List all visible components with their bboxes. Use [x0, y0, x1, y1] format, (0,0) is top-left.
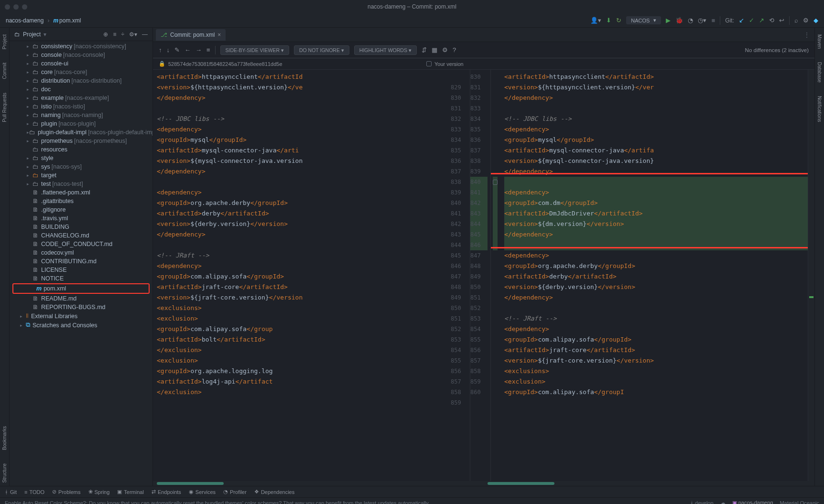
viewer-mode-selector[interactable]: SIDE-BY-SIDE VIEWER ▾ [220, 45, 289, 55]
tree-node[interactable]: 🗎README.md [10, 294, 152, 303]
breadcrumb-file[interactable]: mpom.xml [53, 17, 81, 24]
strip-structure[interactable]: Structure [2, 461, 7, 486]
project-indicator[interactable]: ▣ nacos-dameng [732, 500, 773, 504]
strip-maven[interactable]: Maven [817, 32, 822, 52]
list-icon[interactable]: ≡ [206, 46, 210, 54]
strip-bookmarks[interactable]: Bookmarks [2, 423, 7, 453]
status-dependencies[interactable]: ❖ Dependencies [254, 489, 294, 495]
tab-commit-pom[interactable]: ⎇ Commit: pom.xml × [156, 29, 226, 41]
git-update-icon[interactable]: ↙ [739, 17, 744, 24]
tree-node[interactable]: 🗎REPORTING-BUGS.md [10, 303, 152, 311]
overview-ruler[interactable] [808, 70, 814, 481]
help-icon[interactable]: ? [453, 46, 456, 54]
tree-node[interactable]: ▸🗀test[nacos-test] [10, 180, 152, 188]
strip-notifications[interactable]: Notifications [817, 93, 822, 125]
select-opened-icon[interactable]: ⊕ [103, 31, 108, 38]
tree-node[interactable]: 🗎BUILDING [10, 223, 152, 231]
strip-project[interactable]: Project [2, 32, 7, 52]
theme-indicator[interactable]: Material Oceanic [780, 500, 819, 504]
tab-menu-icon[interactable]: ⋮ [804, 32, 810, 38]
settings-icon[interactable]: ⚙ [803, 17, 809, 24]
tree-node[interactable]: ▸🗀sys[nacos-sys] [10, 162, 152, 171]
tree-node[interactable]: ▸🗀istio[nacos-istio] [10, 102, 152, 111]
tree-node[interactable]: ▸⫴External Libraries [10, 311, 152, 321]
coverage-icon[interactable]: ◔ [688, 17, 693, 24]
status-services[interactable]: ◉ Services [189, 489, 216, 495]
tree-node[interactable]: 🗎CONTRIBUTING.md [10, 257, 152, 266]
build-icon[interactable]: ⬇ [606, 17, 611, 24]
tree-node[interactable]: 🗎CHANGELOG.md [10, 231, 152, 240]
status-profiler[interactable]: ◔ Profiler [223, 489, 247, 495]
nav-fwd-icon[interactable]: → [195, 46, 202, 54]
tree-node[interactable]: ▸🗀distribution[nacos-distribution] [10, 76, 152, 85]
tree-node[interactable]: ▸🗀plugin[nacos-plugin] [10, 119, 152, 128]
tree-node[interactable]: 🗎CODE_OF_CONDUCT.md [10, 240, 152, 248]
collapse-icon[interactable]: ⇵ [422, 46, 427, 54]
tree-node[interactable]: 🗎LICENSE [10, 266, 152, 274]
run-icon[interactable]: ▶ [666, 17, 671, 24]
hscroll-left[interactable] [157, 482, 224, 485]
tree-node[interactable]: ▸⧉Scratches and Consoles [10, 321, 152, 330]
tree-node[interactable]: ▸🗀naming[nacos-naming] [10, 111, 152, 119]
status-problems[interactable]: ⊘ Problems [52, 489, 80, 495]
ide-icon[interactable]: ◆ [813, 17, 818, 24]
tree-node[interactable]: 🗎NOTICE [10, 274, 152, 283]
close-dot[interactable] [5, 4, 10, 10]
run-config-icon[interactable]: ↻ [616, 17, 621, 24]
min-dot[interactable] [13, 4, 19, 10]
git-push-icon[interactable]: ↗ [759, 17, 764, 24]
edit-icon[interactable]: ✎ [174, 46, 180, 54]
hide-icon[interactable]: — [142, 31, 148, 38]
status-endpoints[interactable]: ⇄ Endpoints [152, 489, 181, 495]
tree-node[interactable]: 🗎.flattened-pom.xml [10, 188, 152, 197]
strip-commit[interactable]: Commit [2, 60, 7, 82]
expand-all-icon[interactable]: ≡ [113, 31, 116, 38]
tree-node[interactable]: 🗎.gitattributes [10, 197, 152, 205]
tree-node[interactable]: ▸🗀prometheus[nacos-prometheus] [10, 137, 152, 145]
status-todo[interactable]: ≡ TODO [24, 489, 44, 495]
nav-back-icon[interactable]: ← [184, 46, 191, 54]
tree-node[interactable]: ▸🗀console[nacos-console] [10, 51, 152, 59]
stop-icon[interactable]: ■ [711, 17, 715, 24]
prev-diff-icon[interactable]: ↑ [159, 46, 162, 54]
run-config-selector[interactable]: NACOS▾ [626, 16, 661, 24]
profile-icon[interactable]: ◷▾ [698, 17, 706, 24]
tree-node[interactable]: 🗎.travis.yml [10, 214, 152, 223]
debug-icon[interactable]: 🐞 [675, 17, 683, 24]
tree-node[interactable]: ▸🗀style [10, 154, 152, 162]
gear-icon[interactable]: ⚙ [442, 46, 448, 54]
gear-icon[interactable]: ⚙▾ [129, 31, 137, 38]
checkbox-icon[interactable] [426, 61, 432, 66]
search-icon[interactable]: ⌕ [794, 17, 798, 24]
highlight-selector[interactable]: HIGHLIGHT WORDS ▾ [354, 45, 417, 55]
avatar-icon[interactable]: 👤▾ [590, 17, 601, 24]
tree-node[interactable]: ▸🗀target [10, 171, 152, 180]
close-tab-icon[interactable]: × [217, 32, 221, 38]
max-dot[interactable] [22, 4, 27, 10]
tree-node[interactable]: mpom.xml [13, 284, 149, 293]
tree-node[interactable]: 🗀resources [10, 145, 152, 154]
vcs-cloud-icon[interactable]: ☁ [720, 500, 726, 504]
sync-scroll-icon[interactable]: ▦ [432, 46, 437, 54]
tree-node[interactable]: ▸🗀plugin-default-impl[nacos-plugin-defau… [10, 128, 152, 137]
breadcrumb-root[interactable]: nacos-dameng [6, 17, 43, 24]
left-code[interactable]: <artifactId>httpasyncclient</artifactId … [153, 70, 451, 481]
tree-node[interactable]: ▸🗀consistency[nacos-consistency] [10, 42, 152, 51]
next-diff-icon[interactable]: ↓ [167, 46, 170, 54]
status-terminal[interactable]: ▣ Terminal [117, 489, 144, 495]
tree-node[interactable]: ▸🗀console-ui [10, 59, 152, 68]
tree-node[interactable]: 🗎codecov.yml [10, 248, 152, 257]
strip-database[interactable]: Database [817, 59, 822, 86]
git-history-icon[interactable]: ⟲ [769, 17, 774, 24]
right-code[interactable]: <artifactId>httpasyncclient</artifactId>… [500, 70, 808, 481]
collapse-all-icon[interactable]: ÷ [121, 31, 124, 38]
git-commit-icon[interactable]: ✓ [749, 17, 754, 24]
strip-pull-requests[interactable]: Pull Requests [2, 90, 7, 125]
branch-indicator[interactable]: ᚼ develop [690, 500, 714, 504]
chevron-down-icon[interactable]: ▾ [43, 31, 46, 38]
status-git[interactable]: ᚼ Git [5, 489, 17, 495]
git-rollback-icon[interactable]: ↩ [779, 17, 784, 24]
status-spring[interactable]: ❀ Spring [88, 489, 110, 495]
hscroll-right[interactable] [488, 482, 554, 485]
project-tree[interactable]: ▸🗀consistency[nacos-consistency]▸🗀consol… [10, 41, 152, 486]
